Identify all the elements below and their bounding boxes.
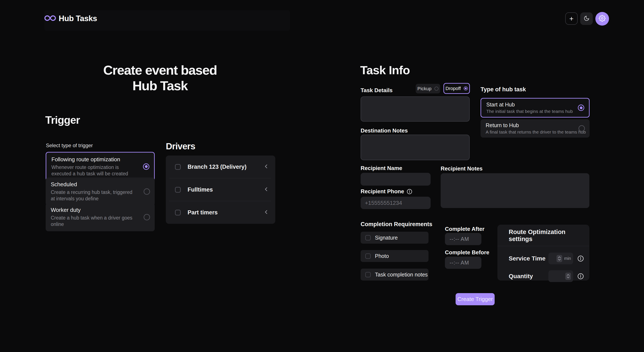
trigger-section-heading: Trigger [45,114,80,126]
radio-unselected-icon[interactable] [144,214,150,220]
infinity-logo-icon [44,14,56,23]
service-time-unit: min [564,256,571,261]
trigger-option-description: Create a hub task when a driver goes onl… [51,214,136,228]
recipient-phone-label-row: Recipient Phone [360,188,412,195]
create-trigger-label: Create Trigger [457,296,493,302]
trigger-option-worker-duty[interactable]: Worker duty Create a hub task when a dri… [46,203,155,231]
info-icon[interactable] [407,189,412,194]
chevron-left-icon[interactable] [263,186,269,193]
completion-requirements-label: Completion Requirements [360,221,432,228]
radio-unselected-icon[interactable] [144,188,150,195]
checkbox-icon[interactable] [175,164,181,170]
hub-task-type-label: Type of hub task [480,86,526,93]
complete-after-time-input[interactable]: --:-- AM [445,233,482,245]
completion-option-label: Signature [375,235,398,241]
checkbox-icon[interactable] [365,272,371,277]
checkbox-icon[interactable] [175,187,181,193]
quantity-row: Quantity [498,270,589,282]
completion-option-label: Task completion notes [375,272,428,278]
checkbox-icon[interactable] [365,235,371,240]
complete-after-label: Complete After [445,226,484,232]
plus-icon: + [569,14,574,23]
recipient-notes-label: Recipient Notes [441,165,483,172]
driver-group-row-fulltimes[interactable]: Fulltimes [166,178,275,201]
page-title: Create event based Hub Task [51,62,269,94]
recipient-name-input[interactable] [360,173,430,186]
complete-before-label: Complete Before [445,249,489,256]
route-optimization-settings-panel: Route Optimization settings Service Time… [498,225,589,280]
chevron-left-icon[interactable] [263,163,269,170]
completion-option-signature[interactable]: Signature [360,232,428,244]
dropoff-toggle[interactable]: Dropoff [444,83,470,94]
page-title-line1: Create event based [51,62,269,78]
driver-group-row-part-timers[interactable]: Part timers [166,201,275,224]
app-logo: Hub Tasks [44,14,97,23]
service-time-row: Service Time min [498,252,589,264]
pickup-toggle[interactable]: Pickup [416,84,440,94]
trigger-option-scheduled[interactable]: Scheduled Create a recurring hub task, t… [46,178,155,206]
dropoff-label: Dropoff [446,86,461,91]
driver-group-row-branch-123[interactable]: Branch 123 (Delivery) [166,156,275,178]
recipient-name-label: Recipient Name [360,165,402,172]
info-icon[interactable] [578,273,584,280]
hub-type-option-return-to-hub[interactable]: Return to Hub A final task that returns … [480,119,590,138]
destination-notes-label: Destination Notes [360,127,408,134]
trigger-option-description: Create a recurring hub task, triggered a… [51,189,136,202]
recipient-phone-input[interactable] [360,197,430,209]
radio-selected-icon[interactable] [578,104,584,111]
drivers-list: Branch 123 (Delivery) Fulltimes Part tim… [166,156,275,224]
chevron-left-icon[interactable] [263,209,269,216]
service-time-input[interactable]: min [548,252,573,264]
driver-group-label: Fulltimes [188,186,213,193]
checkbox-icon[interactable] [365,254,371,259]
radio-selected-icon [464,86,468,90]
completion-option-label: Photo [375,253,389,259]
gear-icon [599,15,606,22]
checkbox-icon[interactable] [175,210,181,216]
hub-type-option-start-at-hub[interactable]: Start at Hub The initial task that begin… [480,98,590,118]
settings-button[interactable] [595,12,609,26]
trigger-option-following-route-optimization[interactable]: Following route optimization Whenever ro… [46,152,155,181]
time-placeholder: --:-- AM [450,236,469,242]
completion-option-task-completion-notes[interactable]: Task completion notes [360,268,428,280]
select-trigger-label: Select type of trigger [46,142,93,148]
destination-notes-textarea[interactable] [360,134,470,160]
radio-unselected-icon[interactable] [578,125,585,132]
service-time-label: Service Time [509,255,548,262]
hub-type-description: The initial task that begins at the team… [486,109,572,114]
quantity-label: Quantity [509,273,548,280]
create-trigger-button[interactable]: Create Trigger [456,293,495,305]
hub-type-title: Start at Hub [486,102,572,108]
pickup-label: Pickup [418,86,432,92]
time-placeholder: --:-- AM [450,260,469,266]
recipient-notes-textarea[interactable] [441,173,589,208]
radio-unselected-icon [434,86,438,91]
task-details-label: Task Details [360,87,393,94]
quantity-input[interactable] [548,270,573,282]
trigger-option-description: Whenever route optimization is executed … [52,164,135,177]
drivers-section-heading: Drivers [166,141,195,152]
hub-tasks-page: Hub Tasks + Create event based Hub Task … [0,0,644,352]
trigger-option-title: Following route optimization [52,156,135,163]
hub-type-title: Return to Hub [486,122,572,128]
route-optimization-settings-heading: Route Optimization settings [498,225,589,246]
driver-group-label: Branch 123 (Delivery) [188,164,246,170]
trigger-option-title: Scheduled [51,181,136,188]
complete-before-time-input[interactable]: --:-- AM [445,257,482,269]
stepper-icon[interactable] [565,273,571,280]
completion-option-photo[interactable]: Photo [360,250,428,262]
add-button[interactable]: + [565,12,578,25]
divider [498,246,589,246]
stepper-icon[interactable] [556,255,562,262]
hub-type-description: A final task that returns the driver to … [486,130,572,134]
task-info-heading: Task Info [360,63,410,77]
theme-toggle-button[interactable] [580,12,593,25]
trigger-option-title: Worker duty [51,207,136,213]
info-icon[interactable] [578,255,584,262]
task-details-textarea[interactable] [360,96,470,122]
moon-icon [584,15,590,22]
radio-selected-icon[interactable] [143,164,149,170]
page-title-line2: Hub Task [51,78,269,94]
app-title: Hub Tasks [59,14,97,23]
driver-group-label: Part timers [188,209,218,216]
